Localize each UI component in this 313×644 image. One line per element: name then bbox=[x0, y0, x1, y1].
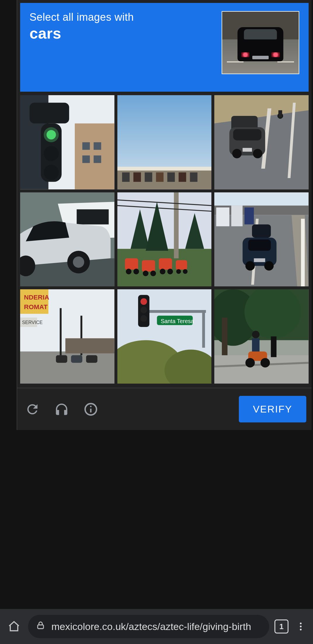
svg-rect-35 bbox=[279, 110, 282, 118]
lock-icon bbox=[36, 620, 46, 633]
svg-point-12 bbox=[44, 165, 59, 180]
headphones-icon[interactable] bbox=[52, 400, 71, 419]
svg-rect-113 bbox=[271, 337, 277, 357]
svg-rect-117 bbox=[38, 625, 44, 629]
svg-point-58 bbox=[160, 269, 165, 274]
svg-rect-71 bbox=[252, 224, 271, 237]
svg-point-108 bbox=[252, 331, 260, 338]
captcha-grid: NDERIA ROMAT SERVICE bbox=[20, 95, 309, 384]
home-icon[interactable] bbox=[5, 618, 23, 635]
svg-rect-5 bbox=[94, 156, 101, 163]
svg-rect-38 bbox=[77, 209, 109, 224]
svg-rect-88 bbox=[71, 355, 82, 363]
captcha-prompt-line: Select all images with bbox=[29, 11, 215, 23]
captcha-tile-7[interactable]: NDERIA ROMAT SERVICE bbox=[20, 289, 114, 384]
svg-point-120 bbox=[300, 629, 302, 631]
captcha-tile-3[interactable] bbox=[214, 95, 309, 189]
svg-rect-3 bbox=[94, 142, 101, 150]
captcha-tile-1[interactable] bbox=[20, 95, 114, 189]
svg-rect-18 bbox=[145, 173, 152, 182]
svg-point-55 bbox=[133, 269, 139, 274]
svg-rect-94 bbox=[202, 310, 205, 348]
captcha-tile-6[interactable] bbox=[214, 192, 309, 287]
svg-rect-70 bbox=[245, 207, 254, 224]
svg-rect-67 bbox=[301, 219, 305, 286]
svg-point-57 bbox=[150, 270, 156, 276]
svg-point-61 bbox=[183, 269, 187, 274]
svg-point-60 bbox=[176, 269, 181, 274]
svg-rect-86 bbox=[65, 338, 114, 354]
svg-point-59 bbox=[167, 269, 173, 274]
browser-navbar: mexicolore.co.uk/aztecs/aztec-life/givin… bbox=[0, 609, 313, 644]
svg-rect-109 bbox=[252, 338, 260, 354]
svg-rect-20 bbox=[167, 173, 175, 182]
svg-rect-17 bbox=[133, 173, 141, 182]
svg-rect-4 bbox=[82, 156, 90, 163]
url-text: mexicolore.co.uk/aztecs/aztec-life/givin… bbox=[51, 621, 251, 632]
svg-point-97 bbox=[140, 307, 147, 314]
svg-rect-15 bbox=[117, 167, 212, 170]
svg-rect-73 bbox=[248, 239, 271, 251]
svg-point-116 bbox=[90, 405, 91, 407]
svg-rect-76 bbox=[254, 258, 265, 262]
svg-rect-78 bbox=[20, 351, 114, 384]
svg-rect-50 bbox=[125, 258, 138, 270]
info-icon[interactable] bbox=[81, 400, 100, 419]
svg-point-54 bbox=[126, 269, 131, 274]
captcha-tile-9[interactable] bbox=[214, 289, 309, 384]
svg-rect-68 bbox=[216, 207, 229, 226]
svg-rect-30 bbox=[233, 129, 262, 140]
svg-point-112 bbox=[260, 358, 270, 368]
captcha-tile-4[interactable] bbox=[20, 192, 114, 287]
svg-point-118 bbox=[300, 623, 302, 624]
kebab-menu-icon[interactable] bbox=[294, 618, 308, 635]
svg-rect-2 bbox=[82, 142, 90, 150]
svg-rect-69 bbox=[231, 206, 243, 226]
captcha-tile-5[interactable] bbox=[117, 192, 212, 287]
svg-rect-53 bbox=[176, 260, 187, 269]
reload-icon[interactable] bbox=[23, 400, 42, 419]
svg-rect-52 bbox=[159, 258, 172, 270]
tab-count[interactable]: 1 bbox=[274, 619, 288, 633]
svg-text:ROMAT: ROMAT bbox=[24, 303, 48, 311]
svg-point-74 bbox=[246, 261, 255, 270]
svg-rect-44 bbox=[174, 192, 178, 258]
svg-rect-51 bbox=[142, 260, 155, 271]
svg-rect-84 bbox=[60, 308, 62, 355]
svg-text:NDERIA: NDERIA bbox=[24, 294, 49, 301]
url-bar[interactable]: mexicolore.co.uk/aztecs/aztec-life/givin… bbox=[28, 615, 269, 638]
captcha-tile-2[interactable] bbox=[117, 95, 212, 189]
svg-rect-89 bbox=[86, 355, 98, 363]
svg-rect-7 bbox=[29, 103, 69, 123]
captcha-prompt-target: cars bbox=[29, 25, 215, 42]
svg-rect-33 bbox=[243, 148, 252, 152]
svg-point-119 bbox=[300, 626, 302, 627]
captcha-header: Select all images with cars bbox=[20, 3, 309, 92]
svg-point-11 bbox=[44, 146, 59, 161]
verify-button[interactable]: VERIFY bbox=[239, 396, 306, 422]
svg-rect-22 bbox=[190, 173, 197, 182]
svg-text:SERVICE: SERVICE bbox=[22, 320, 43, 325]
captcha-sample-image bbox=[222, 11, 299, 74]
svg-rect-14 bbox=[117, 169, 212, 189]
svg-point-75 bbox=[264, 261, 274, 270]
svg-point-31 bbox=[232, 149, 242, 158]
svg-rect-87 bbox=[56, 355, 67, 363]
captcha-footer: VERIFY bbox=[17, 388, 312, 430]
captcha-tile-8[interactable]: Santa Teresa bbox=[117, 289, 212, 384]
svg-text:Santa Teresa: Santa Teresa bbox=[161, 318, 194, 325]
svg-point-98 bbox=[140, 315, 147, 322]
svg-rect-93 bbox=[142, 310, 206, 313]
svg-rect-21 bbox=[178, 173, 186, 182]
svg-rect-19 bbox=[156, 173, 164, 182]
svg-point-56 bbox=[143, 270, 148, 276]
svg-point-96 bbox=[140, 298, 147, 305]
svg-point-40 bbox=[73, 256, 84, 268]
svg-point-10 bbox=[46, 130, 56, 139]
captcha-container: Select all images with cars bbox=[17, 0, 312, 430]
svg-point-111 bbox=[246, 358, 255, 368]
svg-point-32 bbox=[253, 149, 262, 158]
svg-rect-16 bbox=[122, 173, 130, 182]
